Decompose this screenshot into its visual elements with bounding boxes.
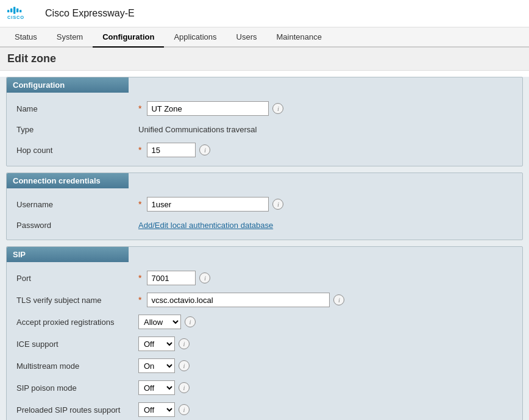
content: Configuration Name * i Type Unified Comm…	[0, 77, 529, 420]
username-input[interactable]	[147, 197, 269, 212]
port-label: Port	[16, 274, 138, 283]
port-input[interactable]	[147, 271, 196, 285]
configuration-section-header: Configuration	[7, 77, 129, 93]
name-value: * i	[138, 101, 513, 116]
preloaded-select[interactable]: Off On	[138, 402, 175, 417]
svg-rect-0	[7, 10, 9, 12]
configuration-section-body: Name * i Type Unified Communications tra…	[7, 93, 522, 166]
nav-configuration[interactable]: Configuration	[93, 27, 164, 48]
username-row: Username * i	[7, 193, 522, 215]
svg-text:CISCO: CISCO	[7, 15, 24, 20]
ice-support-row: ICE support Off On i	[7, 333, 522, 355]
port-info-icon[interactable]: i	[199, 272, 210, 283]
sip-poison-value: Off On i	[138, 380, 513, 395]
nav-system[interactable]: System	[47, 27, 93, 46]
sip-section-header: SIP	[7, 247, 129, 262]
app-title: Cisco Expressway-E	[45, 8, 135, 19]
password-value: Add/Edit local authentication database	[138, 221, 513, 230]
ice-support-label: ICE support	[16, 340, 138, 349]
svg-rect-4	[20, 10, 21, 12]
configuration-section: Configuration Name * i Type Unified Comm…	[6, 77, 523, 166]
connection-section-body: Username * i Password Add/Edit local aut…	[7, 188, 522, 240]
name-input[interactable]	[147, 101, 269, 116]
tls-input[interactable]	[147, 293, 330, 307]
password-row: Password Add/Edit local authentication d…	[7, 215, 522, 235]
sip-poison-select[interactable]: Off On	[138, 380, 175, 395]
multistream-select[interactable]: On Off	[138, 358, 175, 373]
preloaded-row: Preloaded SIP routes support Off On i	[7, 399, 522, 420]
ice-support-value: Off On i	[138, 336, 513, 351]
hop-count-row: Hop count * i	[7, 139, 522, 161]
username-value: * i	[138, 197, 513, 212]
port-required: *	[138, 273, 141, 283]
sip-poison-row: SIP poison mode Off On i	[7, 377, 522, 399]
sip-section: SIP Port * i TLS verify subject name * i	[6, 246, 523, 420]
svg-rect-1	[10, 9, 12, 13]
username-info-icon[interactable]: i	[272, 199, 283, 210]
ice-info-icon[interactable]: i	[179, 338, 190, 349]
nav-users[interactable]: Users	[227, 27, 267, 46]
tls-info-icon[interactable]: i	[333, 294, 344, 305]
preloaded-value: Off On i	[138, 402, 513, 417]
type-label: Type	[16, 125, 138, 134]
main-nav: Status System Configuration Applications…	[0, 27, 529, 48]
page-title: Edit zone	[0, 48, 529, 71]
name-info-icon[interactable]: i	[272, 103, 283, 114]
password-label: Password	[16, 221, 138, 230]
hop-info-icon[interactable]: i	[199, 144, 210, 155]
name-row: Name * i	[7, 98, 522, 119]
tls-row: TLS verify subject name * i	[7, 289, 522, 311]
svg-rect-2	[13, 7, 15, 14]
ice-support-select[interactable]: Off On	[138, 336, 175, 351]
nav-applications[interactable]: Applications	[164, 27, 226, 46]
hop-count-label: Hop count	[16, 146, 138, 155]
username-label: Username	[16, 200, 138, 209]
port-row: Port * i	[7, 267, 522, 289]
accept-proxied-row: Accept proxied registrations Allow Deny …	[7, 311, 522, 333]
hop-required: *	[138, 145, 141, 155]
name-label: Name	[16, 104, 138, 113]
tls-required: *	[138, 295, 141, 305]
multistream-label: Multistream mode	[16, 361, 138, 371]
header: CISCO Cisco Expressway-E	[0, 0, 529, 27]
connection-section-header: Connection credentials	[7, 173, 129, 188]
cisco-logo: CISCO	[7, 5, 38, 22]
accept-proxied-select[interactable]: Allow Deny	[138, 315, 181, 329]
multistream-row: Multistream mode On Off i	[7, 355, 522, 377]
sip-poison-info-icon[interactable]: i	[179, 382, 190, 393]
connection-section: Connection credentials Username * i Pass…	[6, 173, 523, 240]
preloaded-info-icon[interactable]: i	[179, 404, 190, 415]
type-static: Unified Communications traversal	[138, 125, 257, 134]
svg-rect-3	[16, 9, 18, 13]
hop-count-value: * i	[138, 143, 513, 157]
password-link[interactable]: Add/Edit local authentication database	[138, 221, 273, 230]
sip-section-body: Port * i TLS verify subject name * i Acc…	[7, 262, 522, 420]
accept-proxied-value: Allow Deny i	[138, 315, 513, 329]
name-required: *	[138, 104, 141, 113]
username-required: *	[138, 199, 141, 209]
accept-proxied-info-icon[interactable]: i	[185, 316, 196, 327]
tls-value: * i	[138, 293, 513, 307]
nav-maintenance[interactable]: Maintenance	[266, 27, 331, 46]
multistream-value: On Off i	[138, 358, 513, 373]
type-row: Type Unified Communications traversal	[7, 119, 522, 139]
multistream-info-icon[interactable]: i	[179, 360, 190, 371]
hop-count-input[interactable]	[147, 143, 196, 157]
preloaded-label: Preloaded SIP routes support	[16, 405, 138, 415]
sip-poison-label: SIP poison mode	[16, 383, 138, 393]
port-value: * i	[138, 271, 513, 285]
nav-status[interactable]: Status	[5, 27, 47, 46]
tls-label: TLS verify subject name	[16, 296, 138, 305]
accept-proxied-label: Accept proxied registrations	[16, 318, 138, 327]
type-value: Unified Communications traversal	[138, 125, 513, 134]
